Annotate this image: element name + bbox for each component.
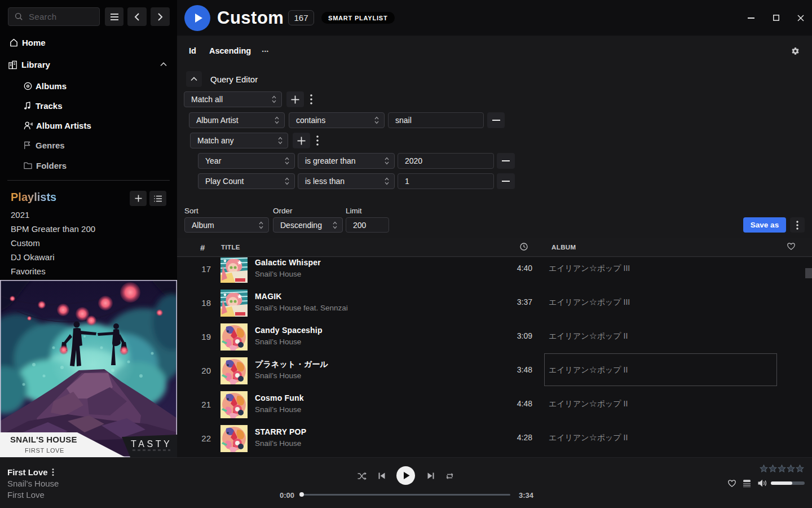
svg-text:SNAIL'S HOUSE: SNAIL'S HOUSE (10, 435, 77, 444)
svg-text:FIRST LOVE: FIRST LOVE (25, 447, 64, 454)
svg-text:TASTY: TASTY (131, 439, 172, 449)
